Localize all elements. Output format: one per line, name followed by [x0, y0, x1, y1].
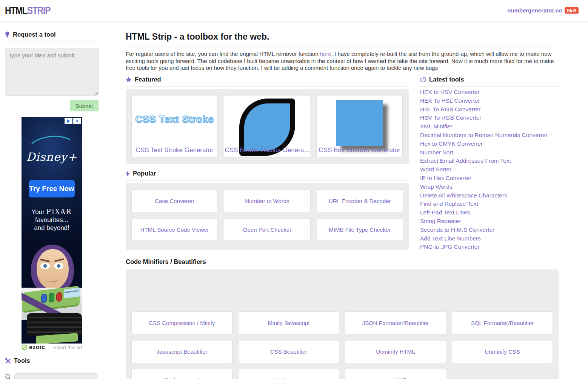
- tools-icon: [5, 358, 11, 364]
- submit-button[interactable]: Submit: [70, 100, 99, 111]
- latest-tool-link[interactable]: XML Minifier: [420, 122, 559, 131]
- text-stroke-preview: CSS Text Stroke: [132, 114, 217, 125]
- minifier-tool-button[interactable]: CSS Beautifier: [238, 340, 339, 363]
- request-tool-heading: Request a tool: [5, 31, 100, 42]
- featured-card-label: CSS Border Radius Genera...: [224, 146, 310, 154]
- promo-area: numbergenerator.co NEW: [507, 7, 579, 14]
- code-minifiers-panel: CSS Compression / MinifyMinify Javascrip…: [126, 270, 559, 379]
- popular-tool-button[interactable]: Case Converter: [131, 190, 218, 212]
- ezoic-brand[interactable]: ezoic: [22, 344, 45, 351]
- here-link[interactable]: here: [320, 51, 331, 57]
- search-icon: [5, 374, 12, 379]
- latest-tool-link[interactable]: HEX to HSV Converter: [420, 88, 559, 97]
- latest-tool-link[interactable]: IP to Hex Converter: [420, 174, 559, 183]
- latest-tool-link[interactable]: Extract Email Addresses From Text: [420, 157, 559, 165]
- popular-tool-button[interactable]: Open Port Checker: [224, 218, 310, 241]
- buzz-face: [37, 249, 69, 289]
- ad-close-icon[interactable]: ✕: [73, 118, 81, 124]
- buzz-eye-left: [40, 263, 50, 269]
- latest-tool-link[interactable]: Hex to CMYK Converter: [420, 140, 559, 148]
- header: HTMLSTRIP numbergenerator.co NEW: [0, 0, 588, 22]
- minifier-tool-button[interactable]: Unminify CSS: [452, 340, 553, 363]
- latest-tool-link[interactable]: Add Text Line Numbers: [420, 234, 559, 243]
- minifier-tool-button[interactable]: Html/Js/css templates: [131, 369, 232, 379]
- code-minifiers-grid: CSS Compression / MinifyMinify Javascrip…: [131, 311, 553, 379]
- minifier-tool-button[interactable]: Unminify HTML: [345, 340, 446, 363]
- history-icon: [420, 77, 426, 83]
- lightning-bolt-icon: [126, 171, 130, 177]
- request-tool-title: Request a tool: [13, 31, 56, 38]
- latest-tool-link[interactable]: Decimal Numbers to Roman Numerals Conver…: [420, 131, 559, 140]
- latest-tool-link[interactable]: Seconds to H:M:S Converter: [420, 226, 559, 234]
- tagline-your: Your: [31, 208, 46, 216]
- featured-panel: CSS Text Stroke CSS Text Stroke Generato…: [126, 89, 409, 164]
- disney-plus-logo: Disney+: [22, 150, 82, 163]
- minifier-tool-button[interactable]: SQL Formatter/Beautifier: [452, 311, 553, 334]
- popular-tool-button[interactable]: MIME File Type Checker: [317, 218, 403, 241]
- latest-tool-link[interactable]: HSV To RGB Converter: [420, 114, 559, 122]
- ad-footer-row: ezoic report this ad: [22, 344, 82, 351]
- minifier-tool-button[interactable]: CSS Compression / Minify: [131, 311, 232, 334]
- disney-plus-ad[interactable]: ✕ Disney+ Try Free Now Your PIXAR favour…: [22, 117, 82, 344]
- minifier-tool-button[interactable]: Minify Javascript: [238, 311, 339, 334]
- lightbulb-icon: [5, 31, 10, 38]
- minifier-tool-button[interactable]: XML Formatter: [238, 369, 339, 379]
- minifier-tool-button[interactable]: JSON Formatter/Beautifier: [345, 311, 446, 334]
- request-tool-input[interactable]: [5, 48, 99, 96]
- latest-tool-link[interactable]: Word Sorter: [420, 165, 559, 174]
- latest-tools-title: Latest tools: [429, 76, 464, 83]
- code-minifiers-title: Code Minifiers / Beautifiers: [126, 258, 559, 270]
- minifier-tool-button[interactable]: Javascript Beautifier: [131, 340, 232, 363]
- tools-title: Tools: [14, 357, 30, 364]
- popular-title: Popular: [133, 170, 156, 177]
- latest-tool-link[interactable]: HSL To RGB Converter: [420, 105, 559, 114]
- featured-heading: Featured: [126, 76, 409, 87]
- tools-search-input[interactable]: [14, 373, 98, 379]
- intro-paragraph: For regular users of the site, you can f…: [126, 51, 557, 72]
- promo-link[interactable]: numbergenerator.co: [507, 7, 562, 14]
- latest-tool-link[interactable]: Find and Replace Text: [420, 200, 559, 208]
- box-shadow-preview: [336, 100, 383, 146]
- empty-ad-slot: [131, 276, 553, 311]
- intro-text-before: For regular users of the site, you can f…: [126, 51, 320, 57]
- report-ad-link[interactable]: report this ad: [53, 345, 82, 350]
- star-icon: [126, 77, 132, 83]
- latest-tool-link[interactable]: Number Sort: [420, 148, 559, 157]
- logo-text-html: HTML: [5, 5, 27, 16]
- latest-tool-link[interactable]: Delete All Whitespace Characters: [420, 191, 559, 200]
- latest-tool-link[interactable]: String Repeater: [420, 217, 559, 226]
- popular-tool-button[interactable]: Number to Words: [224, 190, 310, 212]
- latest-tool-link[interactable]: HEX To HSL Converter: [420, 97, 559, 105]
- tools-heading: Tools: [5, 357, 100, 368]
- popular-tool-button[interactable]: HTML Source Code Viewer: [131, 218, 218, 241]
- adchoices-icon[interactable]: [65, 118, 72, 124]
- ad-tagline: Your PIXAR favourites... and beyond!: [22, 208, 82, 232]
- try-free-now-button[interactable]: Try Free Now: [29, 180, 75, 197]
- featured-title: Featured: [135, 76, 161, 83]
- popular-panel: Case ConverterNumber to WordsURL Encoder…: [126, 183, 409, 250]
- minifier-tool-button[interactable]: XML Minifier: [345, 369, 446, 379]
- featured-card-label: CSS Text Stroke Generator: [132, 146, 217, 154]
- featured-card-box-shadow[interactable]: CSS Box Shadow Generator: [316, 95, 403, 158]
- site-logo[interactable]: HTMLSTRIP: [5, 5, 50, 17]
- buzz-button-blue: [41, 293, 47, 304]
- buzz-button-green: [49, 293, 54, 303]
- popular-grid: Case ConverterNumber to WordsURL Encoder…: [131, 190, 403, 241]
- ezoic-icon: [22, 344, 28, 350]
- featured-card-text-stroke[interactable]: CSS Text Stroke CSS Text Stroke Generato…: [131, 95, 218, 158]
- page: HTMLSTRIP numbergenerator.co NEW Request…: [0, 0, 588, 379]
- latest-tools-heading: Latest tools: [420, 76, 559, 87]
- code-minifiers-heading: Code Minifiers / Beautifiers: [126, 258, 559, 270]
- tagline-beyond: and beyond!: [22, 224, 82, 232]
- latest-tool-link[interactable]: Left-Pad Text Lines: [420, 208, 559, 217]
- new-badge: NEW: [565, 7, 579, 14]
- featured-card-label: CSS Box Shadow Generator: [317, 146, 402, 154]
- popular-tool-button[interactable]: URL Encoder & Decoder: [317, 190, 403, 212]
- latest-tool-link[interactable]: Wrap Words: [420, 183, 559, 191]
- logo-text-strip: STRIP: [27, 5, 50, 16]
- ad-corner-controls: ✕: [65, 118, 81, 124]
- tagline-pixar: PIXAR: [46, 208, 72, 216]
- buzz-eye-right: [54, 263, 63, 269]
- featured-card-border-radius[interactable]: CSS Border Radius Genera...: [224, 95, 310, 158]
- latest-tool-link[interactable]: PNG to JPG Converter: [420, 243, 559, 251]
